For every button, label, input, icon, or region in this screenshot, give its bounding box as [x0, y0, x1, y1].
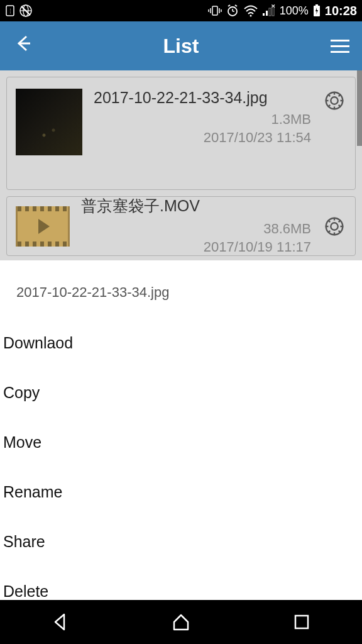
svg-point-26: [326, 92, 343, 109]
svg-point-16: [250, 15, 251, 17]
file-meta: 1.3MB 2017/10/23 11:54: [94, 111, 311, 147]
svg-line-15: [235, 5, 237, 6]
page-title: List: [163, 35, 199, 58]
alarm-icon: [226, 4, 239, 18]
svg-rect-29: [295, 616, 308, 628]
rename-action[interactable]: Rename: [0, 467, 362, 517]
file-row[interactable]: 普京塞袋子.MOV 38.6MB 2017/10/19 11:17: [6, 196, 356, 256]
nav-home-button[interactable]: [170, 611, 192, 633]
file-name: 2017-10-22-21-33-34.jpg: [94, 89, 311, 107]
file-date: 2017/10/19 11:17: [81, 238, 311, 257]
svg-text:⋮: ⋮: [8, 8, 13, 14]
svg-text:✕: ✕: [271, 4, 276, 9]
nav-back-button[interactable]: [49, 611, 72, 633]
copy-action[interactable]: Copy: [0, 368, 362, 418]
app-bar: List: [0, 21, 362, 70]
share-action[interactable]: Share: [0, 517, 362, 567]
svg-rect-23: [315, 4, 318, 6]
video-thumbnail-icon: [16, 206, 70, 247]
signal-icon: ✕: [262, 4, 276, 17]
gear-icon[interactable]: [322, 214, 346, 238]
vibrate-icon: [208, 4, 222, 17]
svg-point-27: [331, 223, 337, 230]
svg-rect-17: [263, 13, 265, 16]
download-action[interactable]: Downlaod: [0, 318, 362, 368]
scrollbar[interactable]: [357, 70, 362, 146]
battery-text: 100%: [280, 4, 309, 18]
back-button[interactable]: [13, 33, 34, 59]
file-thumbnail-icon: [16, 89, 82, 155]
sheet-title: 2017-10-22-21-33-34.jpg: [0, 272, 362, 318]
svg-rect-6: [212, 6, 217, 15]
file-date: 2017/10/23 11:54: [94, 129, 311, 147]
no-network-icon: [19, 4, 33, 18]
file-row[interactable]: 2017-10-22-21-33-34.jpg 1.3MB 2017/10/23…: [6, 77, 356, 190]
move-action[interactable]: Move: [0, 418, 362, 467]
gear-icon[interactable]: [322, 89, 346, 113]
file-list: 2017-10-22-21-33-34.jpg 1.3MB 2017/10/23…: [0, 70, 362, 260]
wifi-icon: [243, 4, 258, 17]
svg-rect-18: [266, 11, 268, 16]
menu-button[interactable]: [331, 40, 349, 53]
nav-recent-button[interactable]: [290, 611, 313, 633]
file-info: 2017-10-22-21-33-34.jpg 1.3MB 2017/10/23…: [94, 89, 311, 147]
action-sheet: 2017-10-22-21-33-34.jpg Downlaod Copy Mo…: [0, 260, 362, 616]
svg-point-28: [326, 218, 343, 235]
battery-icon: [312, 4, 321, 18]
status-right: ✕ 100% 10:28: [208, 4, 357, 18]
file-size: 38.6MB: [81, 220, 311, 238]
svg-line-14: [228, 5, 230, 6]
file-meta: 38.6MB 2017/10/19 11:17: [81, 220, 311, 256]
file-info: 普京塞袋子.MOV 38.6MB 2017/10/19 11:17: [81, 196, 311, 256]
file-size: 1.3MB: [94, 111, 311, 129]
status-bar: ⋮ ✕ 100% 10:28: [0, 0, 362, 21]
svg-point-25: [331, 97, 337, 104]
clock-text: 10:28: [325, 4, 357, 18]
file-name: 普京塞袋子.MOV: [81, 196, 311, 216]
sim-icon: ⋮: [5, 4, 15, 17]
status-left: ⋮: [5, 4, 33, 18]
nav-bar: [0, 600, 362, 644]
